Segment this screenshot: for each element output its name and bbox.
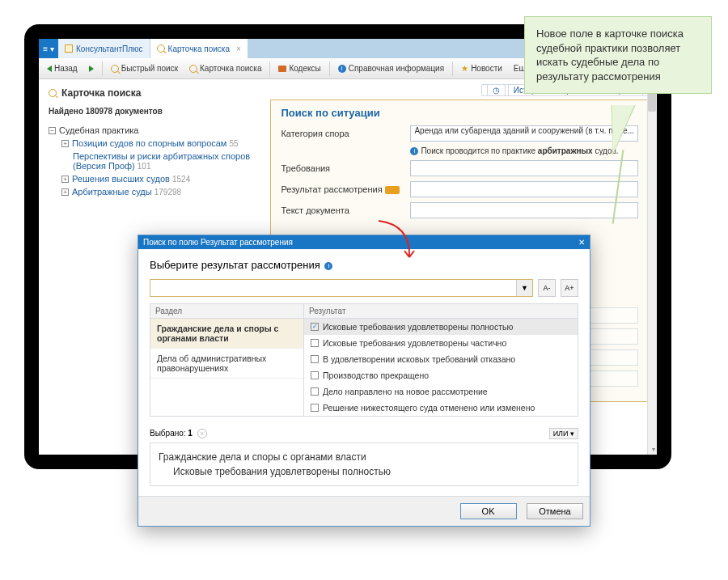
star-icon: ★ bbox=[461, 64, 468, 73]
cancel-button[interactable]: Отмена bbox=[527, 503, 583, 519]
result-dialog: Поиск по полю Результат рассмотрения ✕ В… bbox=[138, 235, 590, 527]
font-smaller-button[interactable]: A- bbox=[538, 279, 556, 297]
font-larger-button[interactable]: A+ bbox=[561, 279, 578, 297]
search-icon bbox=[157, 44, 165, 53]
dialog-titlebar: Поиск по полю Результат рассмотрения ✕ bbox=[138, 235, 590, 249]
result-item[interactable]: ✓ Исковые требования удовлетворены полно… bbox=[304, 319, 578, 335]
close-icon[interactable]: × bbox=[236, 44, 241, 53]
filter-combo-input[interactable] bbox=[150, 280, 516, 296]
ok-button[interactable]: OK bbox=[460, 503, 517, 519]
expand-icon[interactable]: + bbox=[61, 176, 69, 183]
tree-root: − Судебная практика + Позиции судов по с… bbox=[49, 125, 252, 197]
field-row-text: Текст документа bbox=[281, 202, 638, 218]
result-item[interactable]: Исковые требования удовлетворены частичн… bbox=[304, 335, 578, 351]
tab-home[interactable]: КонсультантПлюс bbox=[58, 39, 150, 58]
result-input[interactable] bbox=[410, 181, 638, 197]
result-label-text: Результат рассмотрения bbox=[281, 184, 382, 194]
ref-info-button[interactable]: i Справочная информация bbox=[333, 61, 449, 77]
logic-selector[interactable]: ИЛИ ▾ bbox=[549, 428, 578, 439]
expand-icon[interactable]: + bbox=[61, 188, 69, 196]
dialog-footer: OK Отмена bbox=[138, 496, 590, 526]
section-header: Раздел bbox=[150, 304, 303, 319]
news-button[interactable]: ★ Новости bbox=[456, 61, 507, 77]
tree-root-item[interactable]: − Судебная практика bbox=[49, 125, 252, 135]
checkbox-icon[interactable] bbox=[311, 371, 319, 379]
section-column: Раздел Гражданские дела и споры с органа… bbox=[150, 304, 304, 416]
expand-icon[interactable]: + bbox=[61, 140, 69, 147]
claims-input[interactable] bbox=[410, 160, 638, 176]
dialog-close-button[interactable]: ✕ bbox=[578, 238, 585, 247]
checkbox-icon[interactable] bbox=[311, 355, 319, 363]
tree-item[interactable]: + Позиции судов по спорным вопросам 55 bbox=[61, 138, 252, 148]
codex-button[interactable]: Кодексы bbox=[273, 61, 325, 77]
search-icon bbox=[49, 89, 57, 97]
tree-item[interactable]: + Решения высших судов 1524 bbox=[61, 174, 252, 184]
system-menu-button[interactable]: ≡ ▾ bbox=[39, 39, 58, 58]
clock-icon: ◷ bbox=[487, 84, 506, 96]
checkbox-icon[interactable] bbox=[311, 387, 319, 396]
result-item[interactable]: Решение нижестоящего суда отменено или и… bbox=[304, 400, 578, 416]
result-item[interactable]: Производство прекращено bbox=[304, 367, 578, 383]
field-row-claims: Требования bbox=[281, 160, 638, 176]
filter-combo[interactable]: ▼ bbox=[150, 279, 533, 297]
scrollbar[interactable]: ▾ bbox=[647, 79, 657, 455]
dropdown-button[interactable]: ▼ bbox=[516, 280, 532, 296]
tree-item-count: 179298 bbox=[154, 188, 181, 197]
hint-prefix: Поиск проводится по практике bbox=[421, 146, 537, 155]
toolbar-separator bbox=[452, 61, 453, 76]
arrow-right-icon bbox=[89, 66, 94, 72]
field-label-claims: Требования bbox=[281, 163, 402, 173]
callout-tooltip: Новое поле в карточке поиска судебной пр… bbox=[524, 16, 712, 94]
selected-label-wrap: Выбрано: 1 × bbox=[150, 429, 207, 438]
section-item[interactable]: Дела об административных правонарушениях bbox=[150, 349, 303, 379]
text-input[interactable] bbox=[410, 202, 638, 218]
news-label: Новости bbox=[471, 64, 502, 73]
tree-item-label: Решения высших судов bbox=[72, 174, 170, 184]
card-search-button[interactable]: Карточка поиска bbox=[184, 61, 266, 77]
back-label: Назад bbox=[54, 64, 78, 73]
arrow-left-icon bbox=[47, 66, 52, 72]
results-grid: Раздел Гражданские дела и споры с органа… bbox=[150, 303, 578, 417]
info-icon: i bbox=[338, 65, 346, 73]
scroll-down-icon[interactable]: ▾ bbox=[652, 446, 655, 453]
tab-home-label: КонсультантПлюс bbox=[76, 44, 143, 53]
page-title-text: Карточка поиска bbox=[61, 87, 141, 99]
toolbar-separator bbox=[102, 61, 103, 76]
dialog-body: Выберите результат рассмотрения i ▼ A- A… bbox=[138, 249, 590, 496]
selection-line1: Гражданские дела и споры с органами влас… bbox=[159, 450, 569, 464]
result-item-label: Решение нижестоящего суда отменено или и… bbox=[323, 403, 535, 413]
field-row-result: Результат рассмотрения bbox=[281, 181, 638, 197]
selection-bar: Выбрано: 1 × ИЛИ ▾ bbox=[150, 428, 578, 439]
found-count: Найдено 180978 документов bbox=[49, 107, 252, 116]
checkbox-icon[interactable]: ✓ bbox=[311, 323, 319, 331]
tab-card-search[interactable]: Карточка поиска × bbox=[150, 39, 248, 58]
tree-item[interactable]: + Арбитражные суды 179298 bbox=[61, 187, 252, 197]
ref-info-label: Справочная информация bbox=[349, 64, 444, 73]
selection-line2: Исковые требования удовлетворены полност… bbox=[159, 464, 569, 479]
collapse-icon[interactable]: − bbox=[49, 127, 56, 134]
result-item-label: Исковые требования удовлетворены полност… bbox=[323, 322, 513, 332]
checkbox-icon[interactable] bbox=[311, 339, 319, 347]
logic-label: ИЛИ bbox=[553, 430, 569, 438]
field-row-category: Категория спора Аренда или субаренда зда… bbox=[281, 125, 638, 142]
quick-search-button[interactable]: Быстрый поиск bbox=[106, 61, 183, 77]
info-icon[interactable]: i bbox=[324, 262, 332, 270]
result-item[interactable]: Дело направлено на новое рассмотрение bbox=[304, 383, 578, 400]
back-button[interactable]: Назад bbox=[42, 61, 83, 77]
tree-item-count: 1524 bbox=[172, 175, 190, 184]
section-item[interactable]: Гражданские дела и споры с органами влас… bbox=[150, 319, 303, 349]
clear-selection-button[interactable]: × bbox=[197, 429, 207, 438]
dialog-heading-text: Выберите результат рассмотрения bbox=[150, 259, 320, 271]
card-search-label: Карточка поиска bbox=[200, 64, 261, 73]
codex-label: Кодексы bbox=[289, 64, 320, 73]
tree-item[interactable]: Перспективы и риски арбитражных споров (… bbox=[73, 151, 252, 171]
forward-button[interactable] bbox=[84, 61, 99, 77]
tree-item-count: 55 bbox=[230, 139, 239, 148]
panel-title: Поиск по ситуации bbox=[281, 107, 638, 119]
tree-item-label: Позиции судов по спорным вопросам bbox=[72, 138, 226, 148]
checkbox-icon[interactable] bbox=[311, 404, 319, 412]
book-icon bbox=[278, 66, 286, 72]
tree-item-count: 101 bbox=[138, 162, 151, 171]
result-item[interactable]: В удовлетворении исковых требований отка… bbox=[304, 351, 578, 367]
result-item-label: Дело направлено на новое рассмотрение bbox=[323, 387, 488, 396]
